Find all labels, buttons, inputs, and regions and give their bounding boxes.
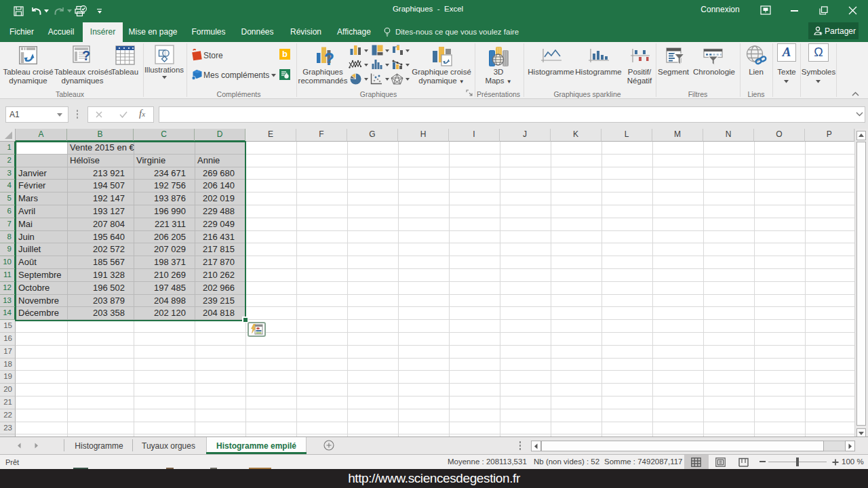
svg-text:?: ?	[82, 48, 90, 63]
svg-text:?: ?	[324, 49, 334, 66]
